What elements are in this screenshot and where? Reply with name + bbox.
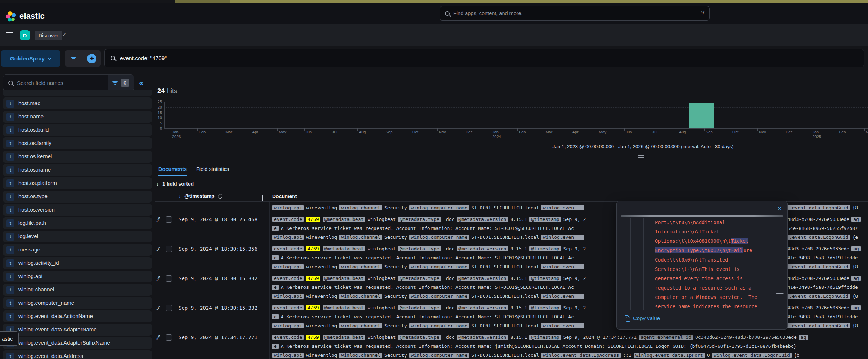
x-axis-tick-label: Feb <box>199 130 206 135</box>
histogram-bar[interactable] <box>689 103 714 128</box>
field-pill: @metadata.type <box>398 276 441 281</box>
chart-resize-handle[interactable] <box>638 155 644 158</box>
field-value: ST-DC01.SECURETECH.local <box>471 294 539 299</box>
sidebar-field-item[interactable]: tlog.file.path <box>3 217 152 229</box>
field-pill: winlog.channel <box>339 323 382 328</box>
sidebar-field-item[interactable]: twinlog.event_data.AdapterName <box>3 324 152 336</box>
field-value: A Kerberos service ticket was requested.… <box>281 226 574 231</box>
x-axis-tick-label: Jul <box>652 130 657 135</box>
field-name: message <box>18 246 40 253</box>
tab-documents[interactable]: Documents <box>158 166 187 176</box>
field-pill: @timestamp <box>529 217 561 222</box>
histogram-chart[interactable]: 0510152025Jan 2023FebMarAprMayJunJulAugS… <box>0 0 868 165</box>
document-cell-line: eA Kerberos service ticket was requested… <box>272 344 866 349</box>
expand-document-icon[interactable]: ↗↙ <box>157 246 162 252</box>
timestamp-column-label: @timestamp <box>184 193 215 199</box>
sidebar-field-item[interactable]: twinlog.event_data.AdapterSuffixName <box>3 337 152 349</box>
expand-document-icon[interactable]: ↗↙ <box>157 305 162 311</box>
copy-value-button[interactable]: Copy value <box>625 315 660 321</box>
field-pill: winlog.computer_name <box>409 264 469 269</box>
sidebar-field-item[interactable]: thost.os.version <box>3 204 152 216</box>
x-axis-tick <box>517 128 518 131</box>
document-cell-line: winlog.apiwineventlogwinlog.channelSecur… <box>272 353 866 358</box>
x-axis-tick-label: May <box>599 130 607 135</box>
popover-scrollbar-horizontal[interactable] <box>621 215 783 217</box>
field-value: 8.15.1 <box>510 305 527 310</box>
sort-icon: ↕ <box>156 181 159 187</box>
chart-gridline <box>164 113 868 113</box>
x-axis-tick-label: Apr <box>252 130 258 135</box>
field-value: wineventlog <box>306 235 337 240</box>
sidebar-field-item[interactable]: twinlog.event_data.Address <box>3 350 152 359</box>
expand-document-icon[interactable]: ↗↙ <box>157 276 162 281</box>
field-value: _doc <box>443 276 454 281</box>
field-pill: winlog.even <box>541 235 584 240</box>
expand-document-icon[interactable]: ↗↙ <box>157 335 162 340</box>
field-value: A Kerberos service ticket was requested.… <box>281 255 574 260</box>
close-icon[interactable]: × <box>777 205 782 212</box>
field-value: 8.15.1 <box>510 217 527 222</box>
row-checkbox[interactable] <box>166 305 172 311</box>
field-value: Sep 9, 2 <box>563 217 586 222</box>
field-pill: winlog.even <box>541 205 584 210</box>
field-type-token-icon: t <box>6 219 14 227</box>
field-value: {8 <box>852 294 858 299</box>
sidebar-field-item[interactable]: thost.os.name <box>3 164 152 176</box>
row-checkbox[interactable] <box>166 275 172 282</box>
field-value: A Kerberos service ticket was requested.… <box>281 285 574 290</box>
sorted-fields-button[interactable]: ↕ 1 field sorted <box>156 181 194 187</box>
timestamp-column-header[interactable]: ↓ @timestamp <box>179 193 222 199</box>
indent-guide <box>637 218 637 310</box>
field-pill: e <box>272 344 279 349</box>
document-column-header: Document <box>272 194 297 199</box>
table-row: ↗↙Sep 9, 2024 @ 17:34:17.771event.code47… <box>155 331 868 359</box>
row-checkbox[interactable] <box>166 216 172 223</box>
field-pill: winlog.api <box>272 264 304 269</box>
sidebar-field-item[interactable]: twinlog.event_data.ActionName <box>3 310 152 322</box>
sidebar-field-item[interactable]: twinlog.activity_id <box>3 257 152 269</box>
field-name: winlog.event_data.Address <box>18 353 83 359</box>
sidebar-field-item[interactable]: twinlog.api <box>3 271 152 282</box>
sidebar-field-item[interactable]: thost.os.type <box>3 191 152 203</box>
field-pill: ag <box>799 335 808 340</box>
sort-desc-icon: ↓ <box>179 193 181 199</box>
sidebar-field-item[interactable]: twinlog.computer_name <box>3 297 152 309</box>
popover-scrollbar-thumb[interactable] <box>776 293 784 294</box>
field-pill: event.code <box>272 335 304 340</box>
field-pill: winlog.api <box>272 294 304 299</box>
field-pill: @metadata.beat <box>323 305 366 310</box>
field-value: 41e-3498-f5a8-7d519ffcdde <box>787 314 858 319</box>
field-pill: .event_data.LogonGuid <box>787 205 850 210</box>
field-value: 8.15.1 <box>510 276 527 281</box>
field-value: wineventlog <box>306 323 337 328</box>
highlight-value: 4769 <box>306 217 320 222</box>
x-axis-tick <box>864 128 865 131</box>
field-value: Sep 9, 2 <box>563 305 586 310</box>
column-menu-icon[interactable] <box>262 195 263 201</box>
sidebar-field-item[interactable]: tlog.level <box>3 231 152 242</box>
x-axis-tick <box>757 128 758 131</box>
field-pill: agent.ephemeral_id <box>639 335 693 340</box>
x-axis-tick-label: Feb <box>839 130 846 135</box>
field-pill: winlog.computer_name <box>409 205 469 210</box>
tab-field-statistics[interactable]: Field statistics <box>196 166 229 175</box>
field-type-token-icon: t <box>6 313 14 321</box>
field-pill: .event_data.LogonGuid <box>787 294 850 299</box>
field-type-token-icon: t <box>6 299 14 307</box>
field-value: _doc <box>443 217 454 222</box>
field-value: 48d3-b708-2976e5033ede <box>787 276 849 281</box>
copy-icon <box>625 315 629 321</box>
field-value: A Kerberos service ticket was requested.… <box>281 344 796 349</box>
field-value: wineventlog <box>306 205 337 210</box>
row-checkbox[interactable] <box>166 334 172 341</box>
sidebar-field-item[interactable]: thost.os.platform <box>3 177 152 189</box>
field-pill: winlog.computer_name <box>409 323 469 328</box>
sidebar-field-item[interactable]: twinlog.channel <box>3 284 152 296</box>
field-name: log.level <box>18 233 38 240</box>
row-checkbox[interactable] <box>166 246 172 252</box>
sidebar-field-item[interactable]: tmessage <box>3 244 152 256</box>
edge-tooltip: astic <box>0 331 19 346</box>
field-value: Sep 9, 2024 @ 17:34:17.771 <box>563 335 637 340</box>
expand-document-icon[interactable]: ↗↙ <box>157 217 162 222</box>
field-pill: @metadata.type <box>398 217 441 222</box>
